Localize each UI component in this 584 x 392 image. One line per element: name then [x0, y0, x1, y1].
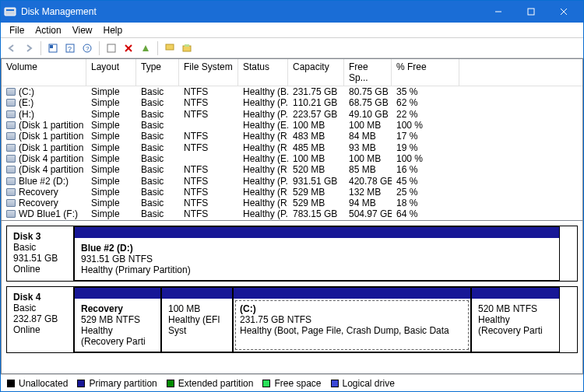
col-volume[interactable]: Volume: [2, 59, 86, 86]
partition-stripe: [472, 288, 559, 299]
action4-button[interactable]: [179, 40, 195, 56]
partition-title: (C:): [240, 303, 464, 314]
partition-size: 100 MB: [168, 303, 226, 314]
volume-row[interactable]: (H:)SimpleBasicNTFSHealthy (P...223.57 G…: [2, 109, 582, 120]
vol-name: Recovery: [19, 198, 58, 208]
disk-info[interactable]: Disk 4Basic232.87 GBOnline: [7, 287, 74, 352]
maximize-button[interactable]: [515, 1, 547, 23]
col-layout[interactable]: Layout: [86, 59, 136, 86]
svg-rect-0: [5, 8, 16, 16]
volume-row[interactable]: WD Blue1 (F:)SimpleBasicNTFSHealthy (P..…: [2, 208, 582, 219]
partition-health: Healthy (Recovery Parti: [478, 314, 553, 336]
volume-row[interactable]: (Disk 4 partition 2)SimpleBasicHealthy (…: [2, 153, 582, 164]
vol-fs: NTFS: [179, 86, 238, 97]
partition[interactable]: Recovery529 MB NTFSHealthy (Recovery Par…: [74, 287, 161, 352]
title-bar: Disk Management: [1, 1, 583, 23]
vol-type: Basic: [136, 86, 179, 97]
vol-name: Recovery: [19, 187, 58, 198]
volume-row[interactable]: (C:)SimpleBasicNTFSHealthy (B...231.75 G…: [2, 86, 582, 97]
partition-title: Blue #2 (D:): [81, 243, 553, 254]
properties-button[interactable]: ?: [62, 40, 78, 56]
col-type[interactable]: Type: [136, 59, 179, 86]
vol-capacity: 100 MB: [288, 153, 344, 164]
disk-info[interactable]: Disk 3Basic931.51 GBOnline: [7, 226, 74, 281]
help-button[interactable]: ?: [79, 40, 95, 56]
vol-free: 132 MB: [344, 187, 392, 198]
disk-row: Disk 4Basic232.87 GBOnlineRecovery529 MB…: [6, 286, 578, 353]
action2-button[interactable]: [138, 40, 153, 56]
back-button[interactable]: [4, 40, 19, 56]
vol-pct: 17 %: [392, 131, 459, 142]
vol-layout: Simple: [86, 131, 136, 142]
disk-graphic-pane: Disk 3Basic931.51 GBOnlineBlue #2 (D:)93…: [1, 221, 583, 374]
col-status[interactable]: Status: [238, 59, 288, 86]
volume-row[interactable]: (E:)SimpleBasicNTFSHealthy (P...110.21 G…: [2, 97, 582, 108]
vol-fs: NTFS: [179, 175, 238, 186]
vol-name: (Disk 4 partition 2): [19, 153, 86, 164]
vol-type: Basic: [136, 131, 179, 142]
vol-layout: Simple: [86, 198, 136, 208]
vol-type: Basic: [136, 153, 179, 164]
partition[interactable]: 100 MBHealthy (EFI Syst: [161, 287, 233, 352]
action1-button[interactable]: [104, 40, 119, 56]
vol-pct: 35 %: [392, 86, 459, 97]
swatch-free: [262, 380, 270, 387]
vol-fs: [179, 120, 238, 131]
partition[interactable]: (C:)231.75 GB NTFSHealthy (Boot, Page Fi…: [233, 287, 471, 352]
col-filesystem[interactable]: File System: [179, 59, 238, 86]
partition-title: Recovery: [81, 303, 154, 314]
disk-type: Basic: [13, 242, 67, 253]
vol-name: (C:): [19, 86, 34, 97]
partition-stripe: [75, 227, 559, 238]
volume-row[interactable]: (Disk 1 partition 6)SimpleBasicNTFSHealt…: [2, 142, 582, 152]
drive-icon: [6, 110, 16, 118]
col-freespace[interactable]: Free Sp...: [344, 59, 392, 86]
window-title: Disk Management: [21, 6, 482, 17]
vol-name: (Disk 1 partition 6): [19, 142, 86, 153]
disk-size: 232.87 GB: [13, 313, 67, 324]
vol-type: Basic: [136, 175, 179, 186]
volume-row[interactable]: RecoverySimpleBasicNTFSHealthy (R...529 …: [2, 198, 582, 208]
refresh-button[interactable]: [45, 40, 61, 56]
drive-icon: [6, 177, 16, 185]
vol-capacity: 110.21 GB: [288, 97, 344, 108]
volume-row[interactable]: RecoverySimpleBasicNTFSHealthy (R...529 …: [2, 187, 582, 198]
disk-size: 931.51 GB: [13, 253, 67, 264]
legend: Unallocated Primary partition Extended p…: [1, 374, 583, 391]
vol-name: (Disk 1 partition 5): [19, 131, 86, 142]
minimize-button[interactable]: [482, 1, 515, 23]
partition[interactable]: Blue #2 (D:)931.51 GB NTFSHealthy (Prima…: [74, 226, 560, 281]
vol-name: (H:): [19, 109, 34, 120]
menu-action[interactable]: Action: [30, 24, 66, 37]
vol-type: Basic: [136, 208, 179, 219]
vol-fs: NTFS: [179, 208, 238, 219]
vol-status: Healthy (B...: [238, 86, 288, 97]
action3-button[interactable]: [162, 40, 178, 56]
vol-fs: [179, 153, 238, 164]
vol-pct: 25 %: [392, 187, 459, 198]
menu-file[interactable]: File: [4, 24, 30, 37]
delete-button[interactable]: [121, 40, 136, 56]
forward-button[interactable]: [21, 40, 37, 56]
col-capacity[interactable]: Capacity: [288, 59, 344, 86]
vol-pct: 22 %: [392, 109, 459, 120]
volume-row[interactable]: Blue #2 (D:)SimpleBasicNTFSHealthy (P...…: [2, 175, 582, 186]
partition[interactable]: 520 MB NTFSHealthy (Recovery Parti: [471, 287, 560, 352]
volume-row[interactable]: (Disk 1 partition 2)SimpleBasicHealthy (…: [2, 120, 582, 131]
vol-free: 420.78 GB: [344, 175, 392, 186]
vol-free: 94 MB: [344, 198, 392, 208]
volume-row[interactable]: (Disk 4 partition 5)SimpleBasicNTFSHealt…: [2, 164, 582, 175]
vol-capacity: 231.75 GB: [288, 86, 344, 97]
vol-pct: 18 %: [392, 198, 459, 208]
menu-help[interactable]: Help: [98, 24, 128, 37]
vol-capacity: 520 MB: [288, 164, 344, 175]
vol-status: Healthy (R...: [238, 187, 288, 198]
col-pctfree[interactable]: % Free: [392, 59, 459, 86]
menu-view[interactable]: View: [67, 24, 98, 37]
volume-row[interactable]: (Disk 1 partition 5)SimpleBasicNTFSHealt…: [2, 131, 582, 142]
vol-type: Basic: [136, 120, 179, 131]
vol-fs: NTFS: [179, 198, 238, 208]
close-button[interactable]: [547, 1, 580, 23]
disk-partitions: Blue #2 (D:)931.51 GB NTFSHealthy (Prima…: [74, 226, 577, 281]
vol-type: Basic: [136, 109, 179, 120]
